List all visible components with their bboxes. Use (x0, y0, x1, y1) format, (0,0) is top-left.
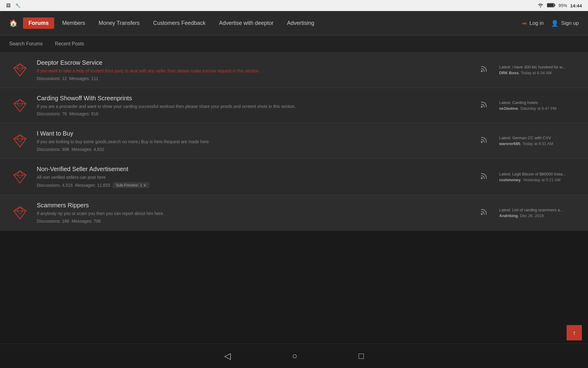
svg-marker-3 (14, 64, 26, 76)
messages-scammers: Messages: 706 (72, 219, 101, 224)
nav-money-transfers[interactable]: Money Transfers (93, 17, 145, 29)
forum-stats-nvsa: Discussions: 4,516 Messages: 11,655 Sub-… (37, 182, 469, 188)
svg-point-12 (481, 106, 483, 108)
latest-user-nvsa: rushmoney, Yesterday at 5:21 AM (499, 178, 579, 182)
wifi-icon (537, 3, 544, 9)
messages-carding-showoff: Messages: 816 (69, 111, 98, 116)
svg-point-8 (481, 70, 483, 72)
latest-title-escrow: Latest: i have 300 btc hundred for w... (499, 65, 579, 69)
forum-desc-nvsa: All non verified sellers can post here (37, 174, 469, 181)
forum-feed-nvsa[interactable] (475, 172, 493, 182)
forum-desc-carding-showoff: If you are a procarder and want to show … (37, 104, 469, 110)
latest-title-buy: Latest: German CC with CVV (499, 136, 579, 140)
nav-advertise[interactable]: Advertise with deeptor (213, 17, 279, 29)
forum-icon-nvsa (9, 170, 31, 184)
nav-bar: 🏠 Forums Members Money Transfers Custome… (0, 11, 588, 36)
subforums-badge-nvsa[interactable]: Sub-Forums: 1 ∨ (113, 182, 149, 188)
forum-desc-buy: If you are looking to buy some goods,sea… (37, 139, 469, 145)
nav-customers-feedback[interactable]: Customers Feedback (148, 17, 211, 29)
forum-icon-escrow (9, 63, 31, 77)
latest-user-buy: warerer685, Today at 9:31 AM (499, 141, 579, 146)
forum-stats-carding-showoff: Discussions: 76 Messages: 816 (37, 111, 469, 116)
forum-icon-scammers (9, 205, 31, 220)
rss-icon-scammers (480, 208, 488, 217)
forum-latest-scammers: Latest: List of carding scammers a... An… (493, 208, 579, 218)
messages-label: Messages: 111 (69, 76, 98, 81)
forum-feed-scammers[interactable] (475, 208, 493, 217)
forum-title-escrow[interactable]: Deeptor Escrow Service (37, 59, 469, 66)
forum-row-escrow: Deeptor Escrow Service If you want to ta… (0, 52, 588, 88)
signup-icon: 👤 (551, 20, 559, 27)
messages-buy: Messages: 4,832 (72, 147, 104, 152)
image-icon: 🖼 (6, 3, 10, 8)
svg-point-24 (481, 213, 483, 215)
forum-feed-carding-showoff[interactable] (475, 101, 493, 110)
status-time: 14:44 (570, 3, 582, 8)
status-bar: 🖼 🔧 95% 14:44 (0, 0, 588, 11)
forum-latest-carding-showoff: Latest: Carding hotels ne1butme, Saturda… (493, 100, 579, 111)
forum-feed-buy[interactable] (475, 136, 493, 145)
svg-marker-9 (14, 99, 26, 112)
forum-row-scammers: Scammers Rippers If anybody rip you or s… (0, 195, 588, 231)
battery-percent: 95% (559, 3, 567, 8)
latest-user-escrow: DRK Boss, Today at 6:34 AM (499, 71, 579, 75)
forum-desc-scammers: If anybody rip you or scam you then you … (37, 211, 469, 217)
recents-button[interactable]: □ (359, 351, 364, 361)
discussions-label: Discussions: 12 (37, 76, 67, 81)
home-button[interactable]: 🏠 (9, 19, 17, 27)
forum-info-buy: I Want to Buy If you are looking to buy … (31, 130, 475, 152)
forum-row-carding-showoff: Carding Showoff With Screenprints If you… (0, 88, 588, 124)
forum-info-nvsa: Non-Verified Seller Advertisement All no… (31, 166, 475, 188)
nav-forums[interactable]: Forums (23, 17, 54, 29)
recent-posts-link[interactable]: Recent Posts (55, 41, 84, 47)
status-right-icons: 95% 14:44 (537, 3, 582, 9)
svg-marker-17 (14, 171, 26, 183)
discussions-buy: Discussions: 998 (37, 147, 69, 152)
bottom-nav: ◁ ○ □ (0, 343, 588, 368)
svg-point-16 (481, 141, 483, 143)
forum-title-buy[interactable]: I Want to Buy (37, 130, 469, 137)
home-circle-button[interactable]: ○ (292, 351, 297, 361)
status-left-icons: 🖼 🔧 (6, 3, 533, 8)
battery-icon (547, 3, 556, 9)
latest-title-nvsa: Latest: Legit Bitcoin of $60000 Insta... (499, 172, 579, 176)
forum-title-carding-showoff[interactable]: Carding Showoff With Screenprints (37, 95, 469, 102)
svg-marker-21 (14, 207, 26, 219)
forum-title-nvsa[interactable]: Non-Verified Seller Advertisement (37, 166, 469, 173)
search-forums-link[interactable]: Search Forums (9, 41, 43, 47)
signup-label: Sign up (561, 20, 579, 26)
forum-icon-carding-showoff (9, 98, 31, 113)
forum-latest-buy: Latest: German CC with CVV warerer685, T… (493, 136, 579, 146)
scroll-up-button[interactable]: ↑ (567, 325, 582, 340)
login-label: Log in (530, 20, 544, 26)
svg-rect-1 (554, 4, 555, 6)
nav-auth: ➡ Log in 👤 Sign up (522, 20, 579, 27)
login-icon: ➡ (522, 20, 527, 27)
svg-point-20 (481, 177, 483, 179)
back-button[interactable]: ◁ (224, 351, 231, 361)
messages-nvsa: Messages: 11,655 (75, 183, 110, 188)
login-button[interactable]: ➡ Log in (522, 20, 544, 27)
sub-nav: Search Forums Recent Posts (0, 36, 588, 52)
forum-info-escrow: Deeptor Escrow Service If you want to ta… (31, 59, 475, 81)
forum-latest-escrow: Latest: i have 300 btc hundred for w... … (493, 65, 579, 75)
latest-title-scammers: Latest: List of carding scammers a... (499, 208, 579, 212)
forum-row-nvsa: Non-Verified Seller Advertisement All no… (0, 159, 588, 195)
nav-members[interactable]: Members (57, 17, 91, 29)
discussions-nvsa: Discussions: 4,516 (37, 183, 73, 188)
forum-stats-buy: Discussions: 998 Messages: 4,832 (37, 147, 469, 152)
latest-user-carding-showoff: ne1butme, Saturday at 6:47 PM (499, 106, 579, 111)
latest-title-carding-showoff: Latest: Carding hotels (499, 100, 579, 105)
svg-rect-2 (547, 4, 554, 7)
signup-button[interactable]: 👤 Sign up (551, 20, 579, 27)
svg-marker-13 (14, 135, 26, 147)
forum-info-scammers: Scammers Rippers If anybody rip you or s… (31, 202, 475, 224)
forum-feed-escrow[interactable] (475, 65, 493, 75)
nav-advertising[interactable]: Advertising (281, 17, 320, 29)
discussions-carding-showoff: Discussions: 76 (37, 111, 67, 116)
wrench-icon: 🔧 (15, 3, 21, 8)
rss-icon-buy (480, 136, 488, 145)
forum-title-scammers[interactable]: Scammers Rippers (37, 202, 469, 209)
forum-list: Deeptor Escrow Service If you want to ta… (0, 52, 588, 255)
discussions-scammers: Discussions: 166 (37, 219, 69, 224)
